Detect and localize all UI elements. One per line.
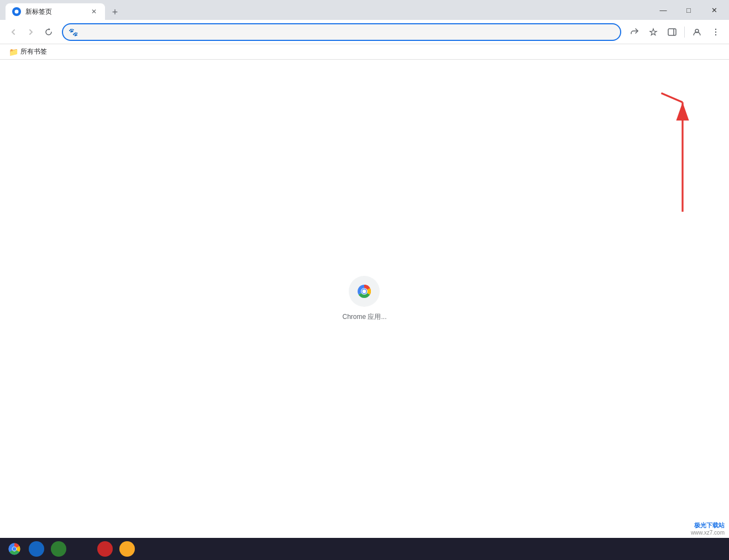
watermark-url: www.xz7.com [691,530,725,536]
chrome-app-container: Chrome 应用... [342,276,386,322]
svg-rect-2 [668,29,676,35]
bookmark-folder-icon: 📁 [9,48,18,56]
svg-point-1 [15,10,19,14]
address-input[interactable] [80,28,615,36]
address-bar[interactable]: 🐾 [62,23,621,41]
svg-point-12 [363,290,366,294]
forward-button[interactable] [22,23,40,41]
tab-close-button[interactable]: ✕ [90,7,98,16]
red-arrow-indicator [654,90,699,212]
profile-button[interactable] [688,23,706,41]
taskbar-red-circle [97,541,113,557]
taskbar-chrome-icon[interactable] [4,539,24,559]
title-bar: 新标签页 ✕ + — □ ✕ [0,0,729,20]
svg-point-6 [715,31,716,32]
svg-point-7 [715,34,716,35]
tab-favicon [12,7,21,16]
tab-strip: 新标签页 ✕ + [0,0,651,20]
window-controls: — □ ✕ [651,1,727,19]
navigation-bar: 🐾 [0,20,729,44]
all-bookmarks-label: 所有书签 [20,47,47,56]
active-tab[interactable]: 新标签页 ✕ [6,3,105,20]
chrome-app-label: Chrome 应用... [342,312,386,322]
chrome-app-icon[interactable] [349,276,380,307]
svg-point-18 [13,547,17,551]
address-bar-icon: 🐾 [69,28,78,36]
new-tab-button[interactable]: + [107,4,123,20]
watermark: 极光下载站 www.xz7.com [691,521,725,536]
tab-title: 新标签页 [25,7,90,17]
taskbar-yellow-circle [119,541,135,557]
maximize-button[interactable]: □ [676,1,701,19]
menu-button[interactable] [707,23,725,41]
reload-button[interactable] [40,23,57,41]
favorite-button[interactable] [644,23,662,41]
svg-line-15 [662,93,683,103]
all-bookmarks-item[interactable]: 📁 所有书签 [4,46,51,57]
close-button[interactable]: ✕ [701,1,727,19]
sidebar-button[interactable] [663,23,681,41]
taskbar-blue-icon[interactable] [27,539,46,559]
share-button[interactable] [626,23,643,41]
taskbar-green-icon[interactable] [49,539,69,559]
taskbar [0,538,729,560]
main-content: Chrome 应用... [0,60,729,538]
svg-point-5 [715,28,716,29]
taskbar-red-icon[interactable] [95,539,115,559]
nav-actions [626,23,725,41]
minimize-button[interactable]: — [651,1,676,19]
taskbar-blue-circle [29,541,44,557]
bookmarks-bar: 📁 所有书签 [0,44,729,60]
taskbar-green-circle [51,541,66,557]
taskbar-yellow-icon[interactable] [117,539,137,559]
watermark-logo: 极光下载站 [691,521,725,530]
back-button[interactable] [4,23,22,41]
nav-divider [684,27,685,38]
